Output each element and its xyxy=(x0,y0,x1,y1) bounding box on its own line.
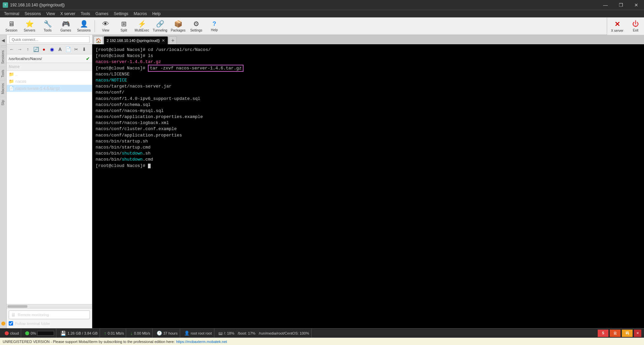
toolbar-games[interactable]: 🎮 Games xyxy=(57,18,74,34)
user-icon: 👤 xyxy=(184,331,190,336)
term-line-3: nacos-server-1.4.6.tar.gz xyxy=(96,59,641,65)
fp-forward-button[interactable]: → xyxy=(16,46,23,53)
menu-view[interactable]: View xyxy=(44,11,58,17)
status-netup: ↑ 0.01 Mb/s xyxy=(102,329,126,338)
term-line-1: [root@cloud Nacos]# cd /usr/local/src/Na… xyxy=(96,47,641,53)
tree-item-nacos[interactable]: 📁 nacos xyxy=(7,78,92,85)
maximize-button[interactable]: ❐ xyxy=(613,0,629,10)
term-line-6: nacos/NOTICE xyxy=(96,77,641,83)
toolbar-view-label: View xyxy=(102,28,109,32)
fp-up-button[interactable]: ↑ xyxy=(24,46,32,53)
packages-icon: 📦 xyxy=(174,20,182,28)
fp-doc-button[interactable]: 📄 xyxy=(64,46,72,53)
tree-item-tarball[interactable]: 📄 nacos-server-1.4.6.tar.gz xyxy=(7,85,92,92)
home-tab[interactable]: 🏠 xyxy=(94,36,103,44)
sidebar-tab-slip[interactable]: Slip xyxy=(0,97,7,108)
file-panel-toolbar: ← → ↑ 🔄 ● ◉ A 📄 ✂ ⬇ xyxy=(7,44,92,54)
fp-refresh-button[interactable]: 🔄 xyxy=(32,46,40,53)
fp-scissors-button[interactable]: ✂ xyxy=(72,46,80,53)
toolbar-settings[interactable]: ⚙ Settings xyxy=(187,18,205,34)
toolbar-help-label: Help xyxy=(211,28,218,32)
terminal-cursor xyxy=(148,164,151,168)
session-icon: 🖥 xyxy=(8,20,15,28)
close-button[interactable]: ✕ xyxy=(629,0,644,10)
tree-item-dotdot-label: .. xyxy=(15,72,18,77)
fp-blue-button[interactable]: ◉ xyxy=(48,46,56,53)
toolbar-tunneling[interactable]: 🔗 Tunneling xyxy=(151,18,169,34)
toolbar-multiexec-label: MultiExec xyxy=(135,28,149,32)
menu-settings[interactable]: Settings xyxy=(111,11,131,17)
toolbar-packages[interactable]: 📦 Packages xyxy=(169,18,187,34)
toolbar-view[interactable]: 👁 View xyxy=(97,18,114,34)
quickconnect-input[interactable] xyxy=(9,36,90,43)
status-time: 🕐 37 hours xyxy=(155,329,180,338)
menu-macros[interactable]: Macros xyxy=(131,11,150,17)
horizontal-scrollbar[interactable] xyxy=(7,304,92,308)
fp-text-button[interactable]: A xyxy=(56,46,64,53)
disk-media: /run/media/root/CentOS: 100% xyxy=(259,331,309,335)
tree-item-dotdot[interactable]: 📁 .. xyxy=(7,71,92,78)
status-cpu: 0% xyxy=(23,329,56,338)
menu-xserver[interactable]: X server xyxy=(58,11,78,17)
terminal-tab[interactable]: 2 192.168.10.140 ([springcloud]) ✕ xyxy=(104,36,168,44)
games-icon: 🎮 xyxy=(62,20,70,28)
menu-sessions[interactable]: Sessions xyxy=(22,11,44,17)
file-icon-tarball: 📄 xyxy=(9,86,14,91)
minimize-button[interactable]: — xyxy=(598,0,613,10)
fp-download-button[interactable]: ⬇ xyxy=(80,46,88,53)
file-panel: ← → ↑ 🔄 ● ◉ A 📄 ✂ ⬇ /usr/local/src/Nacos… xyxy=(7,35,92,328)
orange-dot-icon[interactable] xyxy=(1,322,5,326)
file-tree-header: Name xyxy=(7,63,92,71)
status-disk: 💾 1.26 GB / 3.84 GB xyxy=(58,329,100,338)
status-user: 👤 root root root xyxy=(182,329,214,338)
term-line-19: nacos/bin/shutdown.cmd xyxy=(96,157,641,163)
fp-red-button[interactable]: ● xyxy=(40,46,48,53)
menu-help[interactable]: Help xyxy=(150,11,163,17)
cpu-bar xyxy=(37,331,54,336)
toolbar-help[interactable]: ? Help xyxy=(206,18,223,34)
tab-close-button[interactable]: ✕ xyxy=(162,38,165,43)
unreg-text: UNREGISTERED VERSION - Please support Mo… xyxy=(3,340,175,344)
servers-icon: ⭐ xyxy=(25,20,34,28)
collapse-icon[interactable]: ◄ xyxy=(0,37,6,44)
cloud-dot-icon xyxy=(5,331,9,335)
path-bar: /usr/local/src/Nacos/ ✔ xyxy=(7,54,92,63)
follow-folder-label: Follow terminal folder xyxy=(15,322,50,326)
toolbar-multiexec[interactable]: ⚡ MultiExec xyxy=(133,18,151,34)
close-status-icon[interactable]: ✕ xyxy=(634,330,641,337)
toolbar-exit[interactable]: ⏻ Exit xyxy=(627,18,644,34)
toolbar-servers[interactable]: ⭐ Servers xyxy=(21,18,38,34)
path-check-icon: ✔ xyxy=(86,56,90,61)
toolbar-xserver[interactable]: ✕ X server xyxy=(607,18,627,34)
brand-icon-2: 云 xyxy=(610,330,621,337)
toolbar-tools[interactable]: 🔧 Tools xyxy=(39,18,56,34)
cpu-dot-icon xyxy=(25,331,29,335)
new-tab-button[interactable]: + xyxy=(169,36,177,44)
sidebar-tab-macros[interactable]: Macros xyxy=(0,80,7,97)
follow-folder-checkbox[interactable] xyxy=(9,321,13,326)
scrollbar-thumb[interactable] xyxy=(7,305,28,308)
fp-back-button[interactable]: ← xyxy=(8,46,15,53)
remote-monitoring-button[interactable]: 🖥 Remote monitoring xyxy=(9,310,90,319)
unreg-link[interactable]: https://mobaxterm.mobatek.net xyxy=(176,340,227,344)
current-path: /usr/local/src/Nacos/ xyxy=(9,57,42,61)
terminal-output[interactable]: [root@cloud Nacos]# cd /usr/local/src/Na… xyxy=(92,44,644,328)
window-controls: — ❐ ✕ xyxy=(598,0,644,10)
menu-tools[interactable]: Tools xyxy=(78,11,93,17)
view-icon: 👁 xyxy=(102,20,109,28)
toolbar-session[interactable]: 🖥 Session xyxy=(3,18,20,34)
sidebar-tab-sessions[interactable]: Sessions xyxy=(0,47,7,67)
quickconnect-bar xyxy=(7,35,92,44)
menu-terminal[interactable]: Terminal xyxy=(1,11,22,17)
term-line-11: nacos/conf/nacos-mysql.sql xyxy=(96,108,641,114)
toolbar-split[interactable]: ⊞ Split xyxy=(115,18,132,34)
toolbar-games-label: Games xyxy=(60,28,71,32)
menu-games[interactable]: Games xyxy=(93,11,111,17)
sidebar-tab-tools[interactable]: Tools xyxy=(0,67,7,80)
user-label: root root root xyxy=(191,331,212,335)
titlebar: T 192.168.10.140 ([springcloud]) — ❐ ✕ xyxy=(0,0,644,10)
toolbar-sessions[interactable]: 👤 Sessions xyxy=(75,18,93,34)
time-label: 37 hours xyxy=(163,331,178,335)
toolbar-separator-1 xyxy=(95,20,95,32)
net-up: 0.01 Mb/s xyxy=(108,331,124,335)
